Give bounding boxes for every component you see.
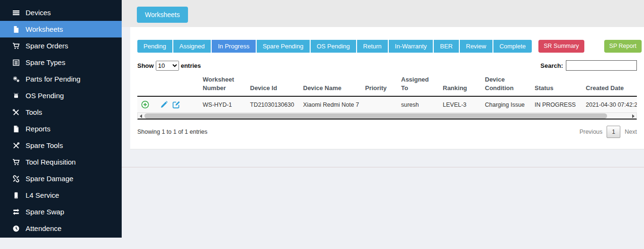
tools-icon bbox=[12, 142, 20, 149]
sidebar-item-spare-tools[interactable]: Spare Tools bbox=[0, 137, 122, 154]
cart-icon bbox=[12, 42, 20, 50]
column-header-created-date[interactable]: Created Date bbox=[582, 74, 637, 96]
column-header-actions bbox=[137, 74, 199, 96]
sidebar-item-spare-damage[interactable]: Spare Damage bbox=[0, 170, 122, 187]
sr-summary-button[interactable]: SR Summary bbox=[538, 40, 584, 53]
sidebar-item-label: Tools bbox=[26, 108, 42, 116]
cell-priority bbox=[361, 96, 397, 112]
column-header-status[interactable]: Status bbox=[531, 74, 582, 96]
status-tabs: Pending Assigned In Progress Spare Pendi… bbox=[137, 40, 532, 53]
sidebar-item-label: Tool Requisition bbox=[26, 158, 76, 166]
sidebar-item-label: Spare Types bbox=[26, 58, 65, 66]
exchange-icon bbox=[12, 208, 20, 216]
current-page-button[interactable]: 1 bbox=[607, 126, 620, 138]
search-input[interactable] bbox=[566, 60, 637, 71]
entries-label: entries bbox=[181, 62, 201, 69]
table-row: WS-HYD-1 TD21030130630 Xiaomi Redmi Note… bbox=[137, 96, 637, 112]
cell-ranking: LEVEL-3 bbox=[439, 96, 481, 112]
sidebar-item-os-pending[interactable]: OS Pending bbox=[0, 87, 122, 104]
column-header-assigned-to[interactable]: Assigned To bbox=[397, 74, 439, 96]
tab-complete[interactable]: Complete bbox=[493, 40, 532, 53]
scroll-left-arrow-icon[interactable] bbox=[140, 114, 142, 118]
sidebar-item-label: Worksheets bbox=[26, 25, 63, 33]
plus-circle-icon[interactable] bbox=[141, 101, 149, 109]
tools-icon bbox=[12, 109, 20, 116]
column-header-device-name[interactable]: Device Name bbox=[299, 74, 361, 96]
tab-review[interactable]: Review bbox=[460, 40, 492, 53]
file-icon bbox=[12, 125, 20, 133]
sidebar-item-label: Attendence bbox=[26, 224, 62, 232]
android-icon bbox=[12, 92, 20, 100]
tab-spare-pending[interactable]: Spare Pending bbox=[257, 40, 310, 53]
sidebar-item-devices[interactable]: Devices bbox=[0, 4, 122, 21]
sp-report-button[interactable]: SP Report bbox=[604, 40, 642, 53]
pagination: Previous 1 Next bbox=[580, 126, 637, 138]
bars-icon bbox=[12, 9, 20, 17]
sidebar-item-reports[interactable]: Reports bbox=[0, 120, 122, 137]
search-label: Search: bbox=[540, 62, 563, 69]
page-size-select[interactable]: 10 bbox=[156, 61, 179, 71]
sidebar-item-label: Reports bbox=[26, 125, 51, 133]
tab-ber[interactable]: BER bbox=[434, 40, 459, 53]
tab-pending[interactable]: Pending bbox=[137, 40, 172, 53]
content-divider bbox=[122, 167, 644, 167]
sidebar-item-l4-service[interactable]: L4 Service bbox=[0, 187, 122, 203]
cell-device-name: Xiaomi Redmi Note 7 bbox=[299, 96, 361, 112]
mobile-icon bbox=[12, 192, 20, 199]
cell-worksheet-number: WS-HYD-1 bbox=[199, 96, 246, 112]
column-header-priority[interactable]: Priority bbox=[361, 74, 397, 96]
tab-in-warranty[interactable]: In-Warranty bbox=[389, 40, 433, 53]
cell-status: IN PROGRESS bbox=[531, 96, 582, 112]
app-window: Devices Worksheets Spare Orders Spare Ty… bbox=[0, 0, 644, 249]
worksheets-panel: Pending Assigned In Progress Spare Pendi… bbox=[130, 27, 644, 149]
sidebar-item-tools[interactable]: Tools bbox=[0, 104, 122, 120]
cart-icon bbox=[12, 158, 20, 166]
sidebar-item-spare-swap[interactable]: Spare Swap bbox=[0, 203, 122, 220]
tab-return[interactable]: Return bbox=[357, 40, 388, 53]
table-footer: Showing 1 to 1 of 1 entries Previous 1 N… bbox=[137, 126, 637, 138]
cell-device-id: TD21030130630 bbox=[246, 96, 299, 112]
row-actions-cell bbox=[137, 96, 199, 112]
worksheets-page-button[interactable]: Worksheets bbox=[137, 7, 188, 23]
cell-device-condition: Charging Issue bbox=[481, 96, 531, 112]
cell-assigned-to: suresh bbox=[397, 96, 439, 112]
edit-icon[interactable] bbox=[172, 101, 180, 109]
sidebar-item-label: Parts for Pending bbox=[26, 75, 80, 83]
sidebar-item-tool-requisition[interactable]: Tool Requisition bbox=[0, 154, 122, 170]
top-bar: Worksheets bbox=[122, 0, 644, 27]
scrollbar-thumb[interactable] bbox=[144, 113, 607, 119]
previous-page-button[interactable]: Previous bbox=[580, 129, 603, 135]
file-icon bbox=[12, 26, 20, 33]
sidebar: Devices Worksheets Spare Orders Spare Ty… bbox=[0, 0, 122, 238]
cogs-icon bbox=[12, 75, 20, 83]
horizontal-scrollbar[interactable] bbox=[137, 112, 637, 120]
next-page-button[interactable]: Next bbox=[625, 129, 637, 135]
sidebar-item-spare-types[interactable]: Spare Types bbox=[0, 54, 122, 71]
sidebar-item-worksheets[interactable]: Worksheets bbox=[0, 21, 122, 37]
sidebar-item-label: Spare Damage bbox=[26, 175, 73, 183]
show-entries-control: Show10entries bbox=[137, 61, 201, 71]
column-header-device-condition[interactable]: Device Condition bbox=[481, 74, 531, 96]
sidebar-item-label: Spare Swap bbox=[26, 208, 64, 216]
table-controls: Show10entries Search: bbox=[137, 60, 637, 71]
list-icon bbox=[12, 59, 20, 66]
sidebar-item-spare-orders[interactable]: Spare Orders bbox=[0, 37, 122, 54]
scroll-right-arrow-icon[interactable] bbox=[632, 114, 635, 118]
table-header-row: Worksheet Number Device Id Device Name P… bbox=[137, 74, 637, 96]
tab-in-progress[interactable]: In Progress bbox=[212, 40, 255, 53]
sidebar-item-label: Devices bbox=[26, 9, 51, 17]
column-header-ranking[interactable]: Ranking bbox=[439, 74, 481, 96]
column-header-device-id[interactable]: Device Id bbox=[246, 74, 299, 96]
sidebar-item-label: Spare Tools bbox=[26, 141, 63, 149]
tabs-row: Pending Assigned In Progress Spare Pendi… bbox=[137, 40, 637, 53]
entries-info: Showing 1 to 1 of 1 entries bbox=[137, 129, 207, 135]
pencil-icon[interactable] bbox=[160, 101, 168, 109]
chain-broken-icon bbox=[12, 175, 20, 183]
column-header-worksheet-number[interactable]: Worksheet Number bbox=[199, 74, 246, 96]
sidebar-item-label: Spare Orders bbox=[26, 42, 68, 50]
tab-os-pending[interactable]: OS Pending bbox=[311, 40, 356, 53]
clock-icon bbox=[12, 225, 20, 232]
sidebar-item-attendence[interactable]: Attendence bbox=[0, 220, 122, 237]
tab-assigned[interactable]: Assigned bbox=[173, 40, 211, 53]
sidebar-item-parts-for-pending[interactable]: Parts for Pending bbox=[0, 71, 122, 87]
